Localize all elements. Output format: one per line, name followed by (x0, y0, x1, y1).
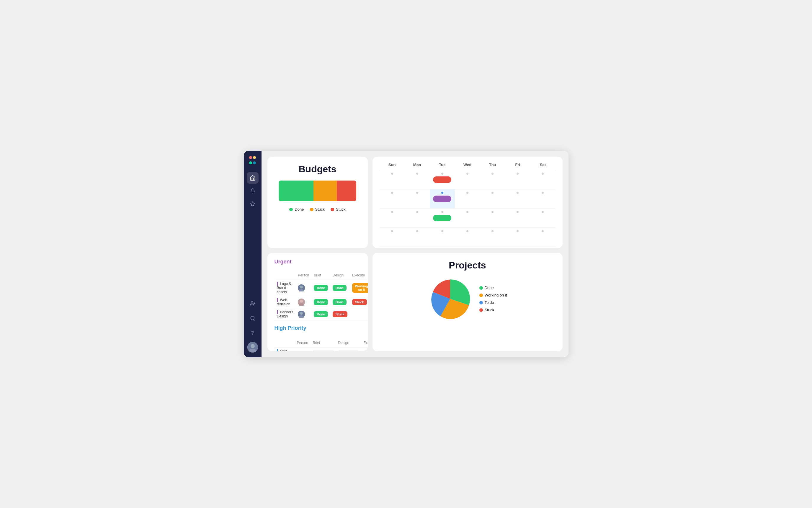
sidebar-item-search[interactable] (247, 312, 258, 324)
task-brief: Done (312, 308, 330, 321)
cal-cell-r2-tue (430, 189, 455, 208)
budget-legend: Done Stuck Stuck (289, 207, 346, 212)
cal-cell-r1-sun (379, 170, 405, 189)
cal-cell-r4-sun (379, 227, 405, 247)
legend-dot-todo (479, 301, 483, 304)
th-execute-urgent: Execute (350, 271, 368, 280)
cal-cell-r4-sat (530, 227, 555, 247)
task-execute: Stuck (350, 296, 368, 308)
sidebar-nav (247, 172, 258, 295)
sidebar-item-star[interactable] (247, 198, 258, 210)
cal-cell-r5-sat (530, 247, 555, 248)
sidebar-item-home[interactable] (247, 172, 258, 184)
cal-cell-r1-tue (430, 170, 455, 189)
logo-icon (248, 156, 257, 165)
cal-header-sat: Sat (530, 163, 555, 170)
projects-content: Done Working on it To do Stuck (428, 277, 507, 321)
cal-dot (517, 173, 519, 175)
cal-event-r2-tue (433, 196, 451, 202)
cal-dot (416, 173, 418, 175)
high-priority-table-header-row: Person Brief Design Execute + (275, 338, 368, 347)
urgent-title: Urgent (275, 259, 292, 265)
table-row: Web redesign Done Done Stuck (275, 296, 368, 308)
logo (248, 156, 257, 165)
status-badge: Stuck (352, 299, 367, 305)
legend-stuck2: Stuck (331, 207, 346, 212)
svg-point-10 (300, 286, 303, 289)
calendar-row-5 (379, 247, 556, 248)
status-badge: Done (333, 299, 347, 305)
cal-cell-r2-sat (530, 189, 555, 208)
cal-dot (517, 192, 519, 194)
legend-label: Done (485, 286, 494, 290)
cal-dot (517, 230, 519, 232)
high-priority-section-header: High Priority (275, 325, 361, 335)
legend-dot-working (479, 294, 483, 297)
empty-cell (338, 350, 359, 351)
cal-dot (391, 211, 393, 213)
task-execute (350, 308, 368, 321)
cal-dot (542, 173, 544, 175)
svg-point-7 (251, 344, 255, 348)
task-design (336, 347, 361, 352)
svg-point-13 (300, 300, 303, 303)
budget-segment-done (279, 180, 314, 201)
cal-header-fri: Fri (505, 163, 530, 170)
budgets-title: Budgets (299, 164, 336, 175)
cal-dot (416, 211, 418, 213)
task-row-label: Web redesign (277, 298, 290, 306)
legend-projects-todo: To do (479, 300, 507, 305)
cal-cell-r1-sat (530, 170, 555, 189)
cal-dot (391, 192, 393, 194)
th-name-urgent (275, 271, 296, 280)
calendar-row-1 (379, 170, 556, 189)
task-label: First article (275, 347, 294, 352)
calendar-card: Sun Mon Tue Wed Thu Fri Sat (372, 157, 563, 248)
cal-dot (491, 192, 493, 194)
sidebar-item-bell[interactable] (247, 185, 258, 197)
projects-card: Projects Done (372, 253, 563, 351)
task-card: Urgent Person Brief Design Execute Timel… (268, 253, 368, 351)
task-person (294, 347, 311, 352)
cal-header-tue: Tue (430, 163, 455, 170)
legend-label-done: Done (294, 207, 304, 212)
legend-dot-stuck2 (331, 208, 334, 211)
high-priority-title: High Priority (275, 325, 307, 331)
cal-header-wed: Wed (455, 163, 480, 170)
calendar-header: Sun Mon Tue Wed Thu Fri Sat (379, 163, 556, 170)
cal-dot (391, 230, 393, 232)
th-execute-high: Execute (361, 338, 368, 347)
cal-dot-blue (441, 192, 443, 194)
legend-done: Done (289, 207, 304, 212)
user-avatar[interactable] (247, 342, 258, 352)
cal-dot (491, 173, 493, 175)
cal-cell-r3-tue (430, 208, 455, 227)
legend-dot-stuck1 (310, 208, 314, 211)
th-brief-high: Brief (311, 338, 336, 347)
cal-cell-r2-sun (379, 189, 405, 208)
status-badge: Done (314, 311, 328, 317)
cal-cell-r1-fri (505, 170, 530, 189)
cal-dot (542, 211, 544, 213)
task-label: Banners Design (275, 308, 296, 321)
sidebar-item-people[interactable] (247, 298, 258, 309)
cal-cell-r4-wed (455, 227, 480, 247)
legend-label: Stuck (485, 308, 494, 312)
cal-cell-r3-mon (405, 208, 430, 227)
projects-legend: Done Working on it To do Stuck (479, 286, 507, 312)
urgent-table: Person Brief Design Execute Timeline + (275, 271, 368, 321)
budgets-card: Budgets Done Stuck Stuck (268, 157, 368, 248)
th-person-high: Person (294, 338, 311, 347)
th-brief-urgent: Brief (312, 271, 330, 280)
svg-marker-0 (250, 202, 255, 206)
cal-cell-r2-wed (455, 189, 480, 208)
cal-cell-r4-fri (505, 227, 530, 247)
cal-cell-r2-fri (505, 189, 530, 208)
cal-dot (542, 230, 544, 232)
sidebar-item-help[interactable]: ? (247, 327, 258, 339)
th-design-urgent: Design (330, 271, 350, 280)
budget-segment-stuck2 (337, 180, 356, 201)
cal-cell-r3-fri (505, 208, 530, 227)
task-design: Done (330, 296, 350, 308)
task-label: Logo & Brand assets (275, 280, 296, 296)
